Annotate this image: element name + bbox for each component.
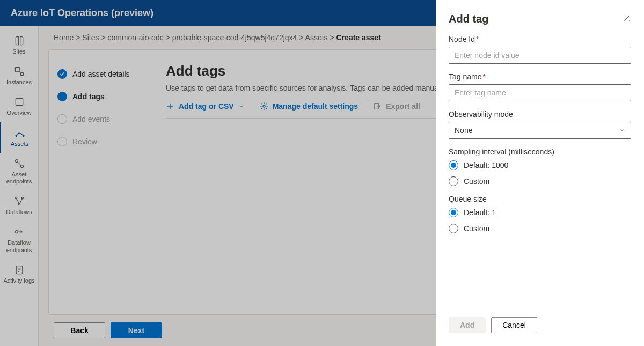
radio-label: Default: 1	[464, 208, 496, 217]
queue-group: Queue size Default: 1 Custom	[449, 195, 631, 233]
panel-header: Add tag	[449, 13, 631, 25]
radio-label: Custom	[464, 224, 489, 233]
close-icon[interactable]	[623, 14, 631, 25]
node-id-label: Node Id*	[449, 35, 631, 43]
radio-icon	[449, 160, 458, 170]
tag-name-input[interactable]	[449, 84, 631, 101]
add-tag-panel: Add tag Node Id* Tag name* Observability…	[436, 0, 644, 346]
queue-label: Queue size	[449, 195, 631, 203]
obs-mode-group: Observability mode None	[449, 110, 631, 139]
panel-footer: Add Cancel	[449, 308, 631, 333]
panel-cancel-button[interactable]: Cancel	[491, 317, 537, 333]
select-value: None	[455, 126, 472, 135]
radio-label: Default: 1000	[464, 161, 508, 170]
tag-name-label: Tag name*	[449, 72, 631, 81]
sampling-default-radio[interactable]: Default: 1000	[449, 160, 631, 170]
radio-icon	[449, 208, 458, 217]
panel-title: Add tag	[449, 13, 488, 25]
sampling-group: Sampling interval (milliseconds) Default…	[449, 148, 631, 186]
sampling-custom-radio[interactable]: Custom	[449, 176, 631, 186]
panel-add-button: Add	[449, 317, 486, 333]
node-id-group: Node Id*	[449, 35, 631, 64]
required-asterisk: *	[482, 72, 485, 81]
obs-mode-label: Observability mode	[449, 110, 631, 119]
radio-icon	[449, 176, 458, 186]
obs-mode-select[interactable]: None	[449, 122, 631, 139]
required-asterisk: *	[476, 35, 479, 43]
chevron-down-icon	[619, 127, 625, 134]
queue-default-radio[interactable]: Default: 1	[449, 208, 631, 217]
sampling-label: Sampling interval (milliseconds)	[449, 148, 631, 156]
tag-name-group: Tag name*	[449, 72, 631, 101]
radio-label: Custom	[464, 177, 489, 186]
node-id-input[interactable]	[449, 47, 631, 64]
radio-icon	[449, 224, 458, 233]
queue-custom-radio[interactable]: Custom	[449, 224, 631, 233]
